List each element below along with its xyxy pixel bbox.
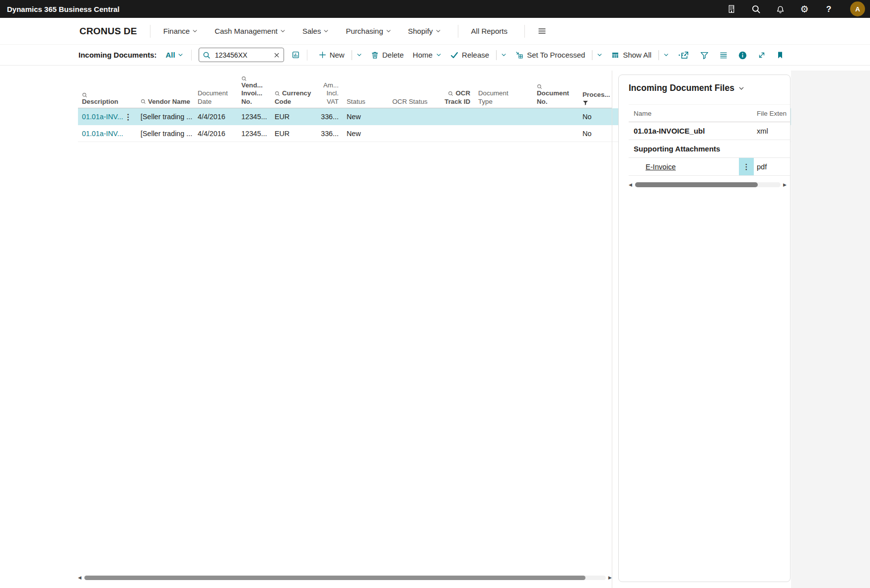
cell-document-type[interactable] — [474, 125, 533, 142]
column-header-ocr-status[interactable]: OCR Status — [388, 71, 432, 108]
chevron-down-icon[interactable] — [357, 52, 362, 58]
cell-currency-code[interactable]: EUR — [271, 108, 315, 125]
settings-gear-icon[interactable]: ⚙ — [799, 3, 810, 14]
cell-status[interactable]: New — [343, 108, 388, 125]
list-header: DescriptionVendor NameDocumentDateVend..… — [78, 71, 612, 108]
delete-button[interactable]: Delete — [366, 47, 408, 63]
cell-document-no[interactable] — [533, 108, 579, 125]
share-icon[interactable] — [680, 51, 689, 60]
search-icon[interactable] — [750, 3, 761, 14]
cell-vendor-invoice-no[interactable]: 12345... — [237, 108, 271, 125]
scroll-left-icon[interactable]: ◀ — [629, 183, 632, 187]
clear-search-button[interactable] — [273, 52, 280, 59]
cell-document-no[interactable] — [533, 125, 579, 142]
nav-purchasing[interactable]: Purchasing — [346, 27, 391, 35]
cell-ocr-track-id[interactable] — [432, 108, 474, 125]
column-header-document-type[interactable]: DocumentType — [474, 71, 533, 108]
scrollbar-thumb[interactable] — [84, 576, 585, 580]
nav-finance[interactable]: Finance — [163, 27, 198, 35]
view-filter[interactable]: All — [166, 51, 183, 59]
bookmark-icon[interactable] — [777, 51, 784, 59]
factbox-title[interactable]: Incoming Document Files — [629, 83, 790, 93]
cell-amount-incl-vat[interactable]: 336... — [315, 125, 343, 142]
company-name[interactable]: CRONUS DE — [79, 26, 137, 37]
nav-all-reports[interactable]: All Reports — [471, 27, 508, 35]
cell-document-date[interactable]: 4/4/2016 — [194, 108, 237, 125]
help-icon[interactable]: ? — [823, 3, 834, 14]
cell-vendor-name[interactable]: [Seller trading ... — [137, 125, 194, 142]
search-icon — [203, 51, 211, 59]
show-all-button[interactable]: Show All — [607, 47, 673, 63]
nav-item-label: Cash Management — [215, 27, 278, 35]
cell-processed[interactable]: No — [579, 108, 612, 125]
column-header-name[interactable]: Name — [629, 110, 739, 117]
column-header-ocr-track-id[interactable]: OCRTrack ID — [432, 71, 474, 108]
column-header-document-date[interactable]: DocumentDate — [194, 71, 237, 108]
cell-currency-code[interactable]: EUR — [271, 125, 315, 142]
attachment-options-icon[interactable]: ⋮ — [739, 158, 754, 175]
chevron-down-icon[interactable] — [663, 52, 669, 58]
factbox-row: E-Invoice⋮pdf — [629, 158, 791, 176]
cell-processed[interactable]: No — [579, 125, 612, 142]
separator — [191, 50, 192, 61]
cell-document-date[interactable]: 4/4/2016 — [194, 125, 237, 142]
cell-ocr-status[interactable] — [388, 108, 432, 125]
column-header-processed[interactable]: Proces... — [579, 71, 612, 108]
scrollbar-track[interactable] — [635, 182, 781, 187]
avatar[interactable]: A — [850, 1, 865, 16]
column-header-currency-code[interactable]: CurrencyCode — [271, 71, 315, 108]
column-header-file-extension[interactable]: File Exten — [754, 110, 791, 117]
chevron-down-icon[interactable] — [597, 52, 602, 58]
column-header-status[interactable]: Status — [343, 71, 388, 108]
factbox-row: Supporting Attachments — [629, 140, 791, 158]
nav-shopify[interactable]: Shopify — [408, 27, 441, 35]
home-button[interactable]: Home — [408, 47, 446, 63]
fullscreen-icon[interactable] — [758, 51, 766, 59]
column-header-vendor-invoice-no[interactable]: Vend...Invoi...No. — [237, 71, 271, 108]
cell-description[interactable]: 01.01a-INV... — [78, 125, 137, 142]
file-name[interactable]: 01.01a-INVOICE_ubl — [629, 127, 739, 135]
document-link[interactable]: 01.01a-INV... — [82, 113, 123, 121]
top-bar: Dynamics 365 Business Central ⚙? A — [0, 0, 870, 18]
column-header-vendor-name[interactable]: Vendor Name — [137, 71, 194, 108]
filter-icon — [582, 100, 608, 106]
column-header-document-no[interactable]: DocumentNo. — [533, 71, 579, 108]
column-header-description[interactable]: Description — [78, 71, 137, 108]
scrollbar-thumb[interactable] — [635, 182, 758, 187]
attachment-link[interactable]: E-Invoice — [646, 163, 676, 171]
nav-sales[interactable]: Sales — [302, 27, 329, 35]
cell-document-type[interactable] — [474, 108, 533, 125]
new-button[interactable]: New — [314, 47, 366, 63]
company-building-icon[interactable] — [726, 3, 737, 14]
set-to-processed-button[interactable]: Set To Processed — [511, 47, 607, 63]
cell-description[interactable]: 01.01a-INV...⋮ — [78, 108, 137, 125]
chevron-down-icon — [323, 28, 329, 34]
scrollbar-track[interactable] — [84, 576, 606, 580]
cell-ocr-status[interactable] — [388, 125, 432, 142]
more-menu-button[interactable] — [538, 27, 546, 35]
nav-cash-management[interactable]: Cash Management — [215, 27, 286, 35]
analyze-button[interactable] — [289, 48, 303, 62]
cell-vendor-invoice-no[interactable]: 12345... — [237, 125, 271, 142]
info-icon[interactable] — [738, 51, 747, 60]
scroll-left-icon[interactable]: ◀ — [78, 576, 81, 580]
row-options-icon[interactable]: ⋮ — [123, 112, 133, 122]
chevron-down-icon[interactable] — [501, 52, 507, 58]
cell-status[interactable]: New — [343, 125, 388, 142]
cell-vendor-name[interactable]: [Seller trading ... — [137, 108, 194, 125]
scroll-right-icon[interactable]: ▶ — [608, 576, 612, 580]
release-button[interactable]: Release — [446, 47, 511, 63]
notifications-bell-icon[interactable] — [775, 3, 786, 14]
pane-divider[interactable] — [612, 71, 612, 588]
scroll-right-icon[interactable]: ▶ — [783, 183, 787, 187]
filter-icon[interactable] — [700, 51, 709, 60]
view-list-icon[interactable] — [720, 51, 727, 59]
release-icon — [450, 51, 458, 59]
page-content: DescriptionVendor NameDocumentDateVend..… — [0, 71, 870, 588]
search-input[interactable] — [214, 51, 270, 60]
column-header-amount-incl-vat[interactable]: Am...Incl.VAT — [315, 71, 343, 108]
cell-amount-incl-vat[interactable]: 336... — [315, 108, 343, 125]
document-link[interactable]: 01.01a-INV... — [82, 130, 123, 138]
cell-ocr-track-id[interactable] — [432, 125, 474, 142]
section-label: Supporting Attachments — [629, 145, 739, 153]
